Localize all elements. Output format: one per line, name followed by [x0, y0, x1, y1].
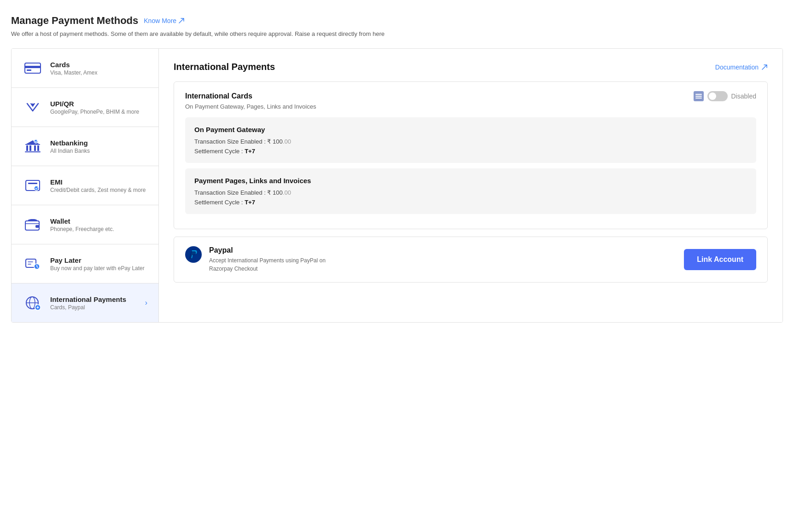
- know-more-label: Know More: [144, 17, 176, 24]
- toggle-area: Disabled: [694, 91, 756, 101]
- svg-rect-19: [695, 96, 702, 97]
- know-more-link[interactable]: Know More: [144, 17, 185, 24]
- sidebar-item-paylater-text: Pay Later Buy now and pay later with ePa…: [50, 256, 147, 272]
- doc-external-link-icon: [761, 64, 768, 70]
- international-cards-section: International Cards Disabled: [174, 81, 768, 229]
- sidebar: Cards Visa, Master, Amex UPI/QR GooglePa…: [12, 49, 159, 322]
- sidebar-item-cards-text: Cards Visa, Master, Amex: [50, 61, 147, 76]
- documentation-label: Documentation: [715, 64, 759, 71]
- external-link-icon: [178, 17, 185, 24]
- international-cards-toggle[interactable]: [707, 91, 728, 101]
- payment-pages-box: Payment Pages, Links and Invoices Transa…: [185, 168, 756, 214]
- sidebar-item-upi[interactable]: UPI/QR GooglePay, PhonePe, BHIM & more: [12, 88, 158, 127]
- sidebar-item-netbanking-subtitle: All Indian Banks: [50, 148, 147, 154]
- sidebar-item-paylater-title: Pay Later: [50, 256, 147, 264]
- sidebar-item-upi-subtitle: GooglePay, PhonePe, BHIM & more: [50, 109, 147, 115]
- svg-point-10: [34, 186, 39, 191]
- pages-settlement-row: Settlement Cycle : T+7: [194, 199, 747, 206]
- main-container: Cards Visa, Master, Amex UPI/QR GooglePa…: [11, 48, 783, 323]
- svg-rect-12: [35, 225, 39, 228]
- svg-rect-1: [25, 66, 41, 68]
- paypal-text: Paypal Accept International Payments usi…: [209, 246, 347, 273]
- sidebar-item-wallet-subtitle: Phonepe, Freecharge etc.: [50, 226, 147, 232]
- paypal-desc: Accept International Payments using PayP…: [209, 256, 347, 273]
- sidebar-item-international-title: International Payments: [50, 295, 145, 303]
- upi-icon: [23, 97, 43, 117]
- sidebar-item-cards[interactable]: Cards Visa, Master, Amex: [12, 49, 158, 88]
- bank-icon: [23, 136, 43, 156]
- sidebar-item-netbanking[interactable]: Netbanking All Indian Banks: [12, 127, 158, 166]
- toggle-status-label: Disabled: [731, 93, 756, 100]
- paypal-info: Paypal Accept International Payments usi…: [185, 246, 347, 273]
- international-icon: [23, 293, 43, 313]
- svg-rect-20: [695, 98, 702, 98]
- chevron-right-icon: ›: [145, 299, 147, 307]
- sidebar-item-netbanking-text: Netbanking All Indian Banks: [50, 139, 147, 154]
- paypal-title: Paypal: [209, 246, 347, 254]
- sidebar-item-paylater-subtitle: Buy now and pay later with ePay Later: [50, 265, 147, 272]
- paypal-logo: [185, 246, 202, 263]
- svg-rect-2: [27, 69, 31, 71]
- wallet-icon: [23, 214, 43, 235]
- sidebar-item-cards-subtitle: Visa, Master, Amex: [50, 69, 147, 76]
- svg-rect-3: [26, 145, 28, 151]
- content-area: International Payments Documentation Int…: [159, 49, 782, 322]
- sidebar-item-international-subtitle: Cards, Paypal: [50, 304, 145, 311]
- sidebar-item-upi-title: UPI/QR: [50, 100, 147, 108]
- svg-rect-18: [695, 94, 702, 95]
- documentation-link[interactable]: Documentation: [715, 64, 768, 71]
- sidebar-item-wallet[interactable]: Wallet Phonepe, Freecharge etc.: [12, 205, 158, 244]
- sidebar-item-emi-text: EMI Credit/Debit cards, Zest money & mor…: [50, 178, 147, 193]
- sidebar-item-wallet-title: Wallet: [50, 217, 147, 225]
- svg-rect-4: [29, 145, 31, 151]
- international-cards-desc: On Payment Gateway, Pages, Links and Inv…: [185, 103, 756, 110]
- card-icon: [23, 58, 43, 78]
- sidebar-item-cards-title: Cards: [50, 61, 147, 69]
- gateway-settlement-row: Settlement Cycle : T+7: [194, 148, 747, 155]
- page-title: Manage Payment Methods: [11, 15, 138, 27]
- link-account-button[interactable]: Link Account: [684, 249, 756, 270]
- emi-icon: [23, 175, 43, 196]
- pages-transaction-row: Transaction Size Enabled : ₹ 100.00: [194, 189, 747, 196]
- payment-gateway-box: On Payment Gateway Transaction Size Enab…: [185, 117, 756, 163]
- sidebar-item-international-text: International Payments Cards, Paypal: [50, 295, 145, 311]
- sidebar-item-wallet-text: Wallet Phonepe, Freecharge etc.: [50, 217, 147, 232]
- content-header: International Payments Documentation: [174, 62, 768, 72]
- svg-rect-5: [34, 145, 36, 151]
- sidebar-item-upi-text: UPI/QR GooglePay, PhonePe, BHIM & more: [50, 100, 147, 115]
- paypal-card: Paypal Accept International Payments usi…: [174, 237, 768, 283]
- sidebar-item-international[interactable]: International Payments Cards, Paypal ›: [12, 283, 158, 322]
- gateway-transaction-row: Transaction Size Enabled : ₹ 100.00: [194, 138, 747, 145]
- sidebar-item-paylater[interactable]: Pay Later Buy now and pay later with ePa…: [12, 244, 158, 283]
- svg-rect-6: [37, 145, 39, 151]
- toggle-icon-box: [694, 91, 704, 101]
- international-cards-header: International Cards Disabled: [185, 91, 756, 101]
- sidebar-item-emi[interactable]: EMI Credit/Debit cards, Zest money & mor…: [12, 166, 158, 205]
- sidebar-item-emi-title: EMI: [50, 178, 147, 186]
- svg-rect-9: [28, 183, 37, 184]
- sidebar-item-netbanking-title: Netbanking: [50, 139, 147, 147]
- page-subtitle: We offer a host of payment methods. Some…: [11, 30, 783, 37]
- svg-point-7: [34, 139, 38, 143]
- content-title: International Payments: [174, 62, 275, 72]
- paylater-icon: [23, 254, 43, 274]
- payment-gateway-title: On Payment Gateway: [194, 126, 747, 133]
- payment-pages-title: Payment Pages, Links and Invoices: [194, 177, 747, 185]
- international-cards-title: International Cards: [185, 92, 252, 100]
- sidebar-item-emi-subtitle: Credit/Debit cards, Zest money & more: [50, 187, 147, 193]
